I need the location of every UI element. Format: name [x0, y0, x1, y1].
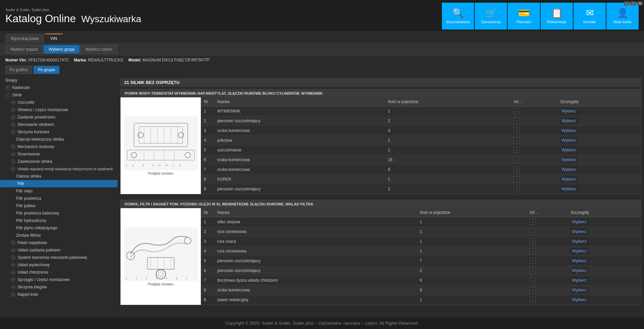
subtab-wybierz-czesc[interactable]: Wybierz części [80, 45, 117, 54]
expand-icon-smarowanie: + [11, 152, 15, 156]
sidebar-item-filtr-oleju[interactable]: Filtr oleju [0, 187, 118, 195]
sidebar-item-uklad-chlodzenia[interactable]: + Układ chłodzenia [0, 269, 118, 276]
cell-info: i [511, 106, 557, 116]
info-button[interactable]: i [530, 238, 535, 244]
expand-icon-glowica: + [11, 107, 15, 112]
nav-wyszukiwarka[interactable]: 🔍 Wyszukiwarka [442, 3, 474, 30]
wybierz-button[interactable]: Wybierz [560, 176, 578, 182]
nav-platnosci[interactable]: 💳 Płatności [508, 3, 540, 30]
sidebar-item-zasilanie[interactable]: + Zasilanie powietrzem [0, 113, 118, 121]
sidebar-label-filtr-powietrza: Filtr powietrza [16, 196, 41, 201]
sidebar-item-filtr[interactable]: − Filtr [0, 180, 118, 187]
sidebar-item-sprzeglo[interactable]: + Sprzęgło / części montażowe [0, 276, 118, 283]
tab-vin[interactable]: VIN [45, 34, 62, 43]
nav-zamowienia[interactable]: 🛒 Zamówienia [475, 3, 507, 30]
sidebar-item-uklady-regulacji[interactable]: + Układy regulacji emisji substancji tok… [0, 165, 118, 173]
nav-kontakt[interactable]: ✉ Kontakt [573, 3, 606, 30]
subtabs: Wybierz pojazd Wybierz grupę Wybierz czę… [0, 43, 644, 56]
info-button[interactable]: i [530, 297, 535, 303]
info-button[interactable]: i [514, 176, 519, 182]
sidebar-item-zawieszenie[interactable]: + Zawieszenie silnika [0, 158, 118, 165]
info-button[interactable]: i [530, 219, 535, 225]
mail-icon: ✉ [586, 8, 594, 18]
wybierz-button[interactable]: Wybierz [560, 147, 578, 153]
subtab-wybierz-pojazd[interactable]: Wybierz pojazd [5, 45, 43, 54]
sidebar-item-zestaw-filtrow[interactable]: Zestaw filtrów [0, 232, 118, 239]
wybierz-button[interactable]: Wybierz [571, 229, 588, 235]
wybierz-button[interactable]: Wybierz [560, 167, 578, 173]
wybierz-button[interactable]: Wybierz [571, 297, 588, 303]
sidebar-item-osprzet[interactable]: Osprzęt elektryczny silnika [0, 136, 118, 143]
info-button[interactable]: i [530, 248, 535, 254]
sidebar-item-paski[interactable]: + Paski napędowe [0, 239, 118, 246]
cell-info: i [511, 184, 557, 194]
cell-nr: 3 [201, 126, 215, 136]
wybierz-button[interactable]: Wybierz [571, 277, 588, 283]
minimize-button[interactable]: — [624, 1, 629, 5]
nav-moje-konto[interactable]: 👤 Moje konto [606, 3, 639, 30]
sidebar-item-sterowanie[interactable]: + Sterowanie silnikiem [0, 121, 118, 128]
info-button[interactable]: i [514, 147, 519, 153]
wybierz-button[interactable]: Wybierz [560, 186, 578, 192]
wybierz-button[interactable]: Wybierz [560, 118, 578, 124]
sidebar-item-oslona[interactable]: Osłona silnika [0, 173, 118, 180]
maximize-button[interactable]: □ [631, 1, 636, 5]
sidebar-label-filtr-plynu: Filtr płynu chłodzącego [16, 226, 57, 230]
cell-ilosc: 2 [385, 184, 511, 194]
sidebar-item-filtr-powietrza[interactable]: Filtr powietrza [0, 195, 118, 202]
sidebar-item-filtr-powietrza-kabinowy[interactable]: Filtr powietrza kabinowy [0, 209, 118, 217]
sidebar-item-skrzynia-korbowa[interactable]: + Skrzynia korbowa [0, 128, 118, 136]
wybierz-button[interactable]: Wybierz [571, 268, 588, 274]
nav-reklamacje[interactable]: 📋 Reklamacje [541, 3, 573, 30]
wybierz-button[interactable]: Wybierz [560, 128, 578, 134]
expand-icon-skrzynia-biegow: + [11, 285, 15, 289]
tab-wyszukaj-towar[interactable]: Wyszukaj towar [5, 34, 44, 43]
wybierz-button[interactable]: Wybierz [571, 238, 588, 244]
wybierz-button[interactable]: Wybierz [560, 157, 578, 163]
info-button[interactable]: i [514, 186, 519, 192]
info-button[interactable]: i [530, 268, 535, 274]
info-button[interactable]: i [530, 277, 535, 283]
sidebar-item-filtr-plynu[interactable]: Filtr płynu chłodzącego [0, 224, 118, 232]
sidebar-item-system-tworzenia[interactable]: + System tworzenia mieszanki paliwowej [0, 254, 118, 261]
cell-ilosc: 1 [417, 217, 527, 227]
subtab-wybierz-grupe[interactable]: Wybierz grupę [44, 45, 80, 54]
view-po-grafice[interactable]: Po grafice [5, 66, 32, 74]
info-button[interactable]: i [514, 118, 519, 124]
info-button[interactable]: i [514, 157, 519, 163]
sidebar-item-silnik[interactable]: − Silnik [0, 91, 118, 99]
info-button[interactable]: i [530, 258, 535, 264]
cell-wybierz: Wybierz [568, 266, 641, 276]
sidebar-item-uklad-wydechowy[interactable]: + Układ wydechowy [0, 261, 118, 269]
info-button[interactable]: i [514, 108, 519, 114]
wybierz-button[interactable]: Wybierz [571, 287, 588, 293]
sidebar-item-filtr-paliwa[interactable]: Filtr paliwa [0, 202, 118, 209]
sidebar-item-smarowanie[interactable]: + Smarowanie [0, 150, 118, 158]
part-table-2: Nr Nazwa Ilość w pojeździe Inf... Szczeg… [201, 208, 641, 305]
col-nr: Nr [201, 97, 215, 106]
sidebar-item-filtr-hydrauliczny[interactable]: Filtr hydrauliczny [0, 217, 118, 224]
sidebar-item-naped-kola[interactable]: + Napęd koła [0, 291, 118, 298]
close-button[interactable]: ✕ [637, 1, 643, 5]
info-button[interactable]: i [530, 229, 535, 235]
sidebar-item-mechanizm[interactable]: + Mechanizm korbowy [0, 143, 118, 150]
wybierz-button[interactable]: Wybierz [560, 137, 578, 143]
cell-info: i [527, 256, 568, 266]
cell-wybierz: Wybierz [558, 116, 641, 126]
sidebar-item-uklad-zasilania[interactable]: + Układ zasilania paliwem [0, 246, 118, 254]
wybierz-button[interactable]: Wybierz [571, 219, 588, 225]
info-button[interactable]: i [530, 287, 535, 293]
sidebar-item-skrzynia-biegow[interactable]: + Skrzynia biegów [0, 283, 118, 291]
cell-ilosc: 6 [417, 276, 527, 285]
sidebar-item-uszczelki[interactable]: + Uszczelki [0, 99, 118, 106]
sidebar-item-nadwozie[interactable]: + Nadwozie [0, 84, 118, 91]
wybierz-button[interactable]: Wybierz [571, 248, 588, 254]
sidebar-item-glowica[interactable]: + Głowica / części montażowe [0, 106, 118, 113]
wybierz-button[interactable]: Wybierz [571, 258, 588, 264]
cell-nazwa: tloczkowa dysza ukladu chlodzeni [215, 276, 417, 285]
info-button[interactable]: i [514, 167, 519, 173]
info-button[interactable]: i [514, 128, 519, 134]
wybierz-button[interactable]: Wybierz [560, 108, 578, 114]
view-po-grupie[interactable]: Po grupie [34, 66, 59, 74]
info-button[interactable]: i [514, 137, 519, 143]
